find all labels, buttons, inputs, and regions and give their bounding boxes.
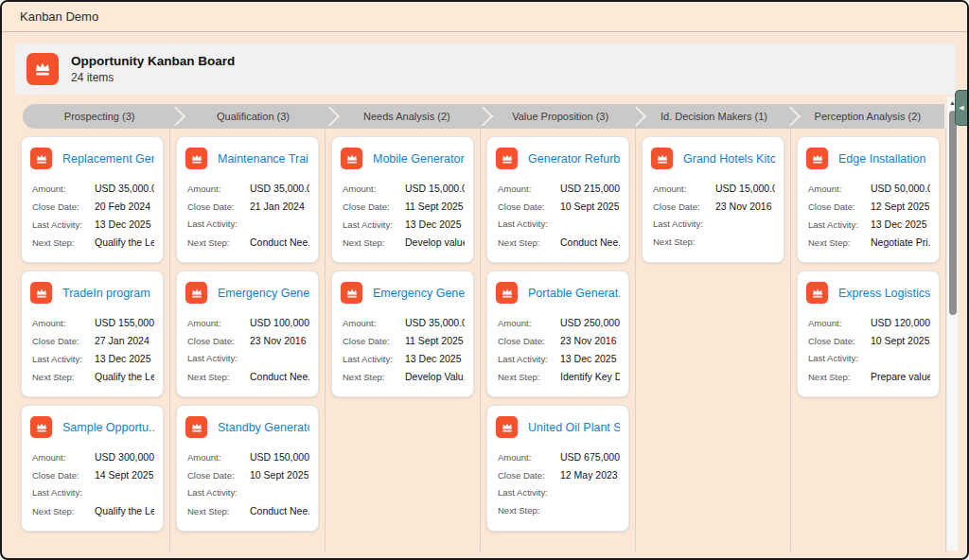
stage-label: Qualification (3) <box>217 111 290 122</box>
opportunity-card[interactable]: Grand Hotels Kitc... Amount: USD 15,000.… <box>642 136 784 263</box>
card-header: Emergency Gener... <box>341 282 465 304</box>
field-label: Close Date: <box>32 336 95 346</box>
field-value: USD 35,000.00 <box>250 183 309 194</box>
field-value: 21 Jan 2024 <box>250 201 305 212</box>
opportunity-card[interactable]: Generator Refurbi... Amount: USD 215,000… <box>486 136 629 263</box>
crown-icon <box>30 416 52 438</box>
opportunity-card[interactable]: Emergency Gener... Amount: USD 35,000.00… <box>331 271 474 397</box>
field-label: Amount: <box>187 318 250 328</box>
opportunity-card[interactable]: Replacement Gen... Amount: USD 35,000.00… <box>21 136 164 263</box>
stage-header[interactable]: Qualification (3) <box>176 104 329 129</box>
opportunity-title-link[interactable]: Generator Refurbi... <box>528 152 620 166</box>
field-label: Last Activity: <box>653 219 715 229</box>
field-row-last-activity: Last Activity: 13 Dec 2025 <box>32 353 154 365</box>
opportunity-card[interactable]: Edge Installation Amount: USD 50,000.00 … <box>797 136 940 263</box>
field-label: Next Step: <box>187 372 250 382</box>
stage-header[interactable]: Perception Analysis (2) <box>791 104 944 129</box>
field-label: Amount: <box>32 318 95 328</box>
field-label: Last Activity: <box>498 487 560 498</box>
card-header: Edge Installation <box>806 148 930 169</box>
card-header: Portable Generat... <box>496 282 620 304</box>
stage-header[interactable]: Prospecting (3) <box>23 104 176 129</box>
crown-icon <box>496 416 518 438</box>
card-fields: Amount: USD 15,000.00 Close Date: 23 Nov… <box>651 183 775 249</box>
opportunity-title-link[interactable]: Portable Generat... <box>528 287 620 300</box>
card-fields: Amount: USD 300,000.00 Close Date: 14 Se… <box>30 451 154 517</box>
opportunity-title-link[interactable]: Edge Installation <box>838 152 925 166</box>
field-label: Amount: <box>498 184 560 194</box>
field-label: Last Activity: <box>32 487 95 498</box>
window-titlebar: Kanban Demo <box>2 2 967 32</box>
opportunity-card[interactable]: United Oil Plant S... Amount: USD 675,00… <box>486 405 629 532</box>
opportunity-card[interactable]: TradeIn program Amount: USD 155,000.00 C… <box>21 271 164 397</box>
kanban-column: Edge Installation Amount: USD 50,000.00 … <box>791 129 946 551</box>
field-value: Conduct Nee... <box>250 236 309 248</box>
vertical-scrollbar[interactable]: ▲ <box>946 96 958 551</box>
field-label: Next Step: <box>32 237 95 248</box>
scrollbar-thumb[interactable] <box>949 111 957 315</box>
opportunity-card[interactable]: Sample Opportu... Amount: USD 300,000.00… <box>21 405 164 532</box>
field-row-last-activity: Last Activity: <box>187 219 309 231</box>
opportunity-title-link[interactable]: Standby Generator <box>218 421 309 434</box>
field-label: Last Activity: <box>498 354 560 364</box>
field-row-amount: Amount: USD 15,000.00 <box>343 183 465 195</box>
field-row-close-date: Close Date: 10 Sept 2025 <box>187 469 309 481</box>
card-fields: Amount: USD 150,000.00 Close Date: 10 Se… <box>185 451 309 517</box>
field-label: Close Date: <box>32 470 95 481</box>
field-value: 13 Dec 2025 <box>95 219 151 230</box>
field-value: 10 Sept 2025 <box>250 469 308 481</box>
field-row-amount: Amount: USD 50,000.00 <box>808 183 930 195</box>
stage-header[interactable]: Id. Decision Makers (1) <box>637 104 790 129</box>
field-row-next-step: Next Step: Identify Key D... <box>498 371 620 383</box>
field-row-next-step: Next Step: <box>653 236 775 249</box>
field-row-last-activity: Last Activity: <box>187 487 309 499</box>
field-label: Amount: <box>498 318 560 328</box>
opportunity-card[interactable]: Express Logistics ... Amount: USD 120,00… <box>797 271 940 397</box>
field-value: USD 300,000.00 <box>95 451 154 463</box>
field-value: Identify Key D... <box>560 371 620 382</box>
field-label: Next Step: <box>808 372 871 382</box>
app-window: Kanban Demo Opportunity Kanban Board 24 … <box>0 0 969 560</box>
field-value: USD 35,000.00 <box>405 317 465 328</box>
stage-header[interactable]: Needs Analysis (2) <box>330 104 484 129</box>
card-header: Standby Generator <box>185 416 309 438</box>
field-label: Next Step: <box>187 237 250 248</box>
field-row-last-activity: Last Activity: 13 Dec 2025 <box>808 219 930 231</box>
opportunity-title-link[interactable]: Maintenance Trai... <box>218 152 309 166</box>
opportunity-card[interactable]: Maintenance Trai... Amount: USD 35,000.0… <box>176 136 319 263</box>
opportunity-title-link[interactable]: Replacement Gen... <box>62 152 154 166</box>
opportunity-title-link[interactable]: Grand Hotels Kitc... <box>683 152 775 166</box>
field-row-close-date: Close Date: 14 Sept 2025 <box>32 469 154 481</box>
kanban-column: Generator Refurbi... Amount: USD 215,000… <box>481 129 636 551</box>
opportunity-card[interactable]: Mobile Generators Amount: USD 15,000.00 … <box>331 136 474 263</box>
opportunity-card[interactable]: Portable Generat... Amount: USD 250,000.… <box>486 271 629 397</box>
field-label: Last Activity: <box>343 219 405 230</box>
opportunity-title-link[interactable]: Emergency Gener... <box>373 287 465 300</box>
opportunity-card[interactable]: Standby Generator Amount: USD 150,000.00… <box>176 405 319 532</box>
stage-header[interactable]: Value Proposition (3) <box>484 104 637 129</box>
field-row-next-step: Next Step: Conduct Nee... <box>187 236 309 249</box>
opportunity-title-link[interactable]: Express Logistics ... <box>838 287 930 300</box>
field-value: USD 120,000.00 <box>871 317 930 328</box>
card-header: TradeIn program <box>30 282 154 304</box>
field-label: Amount: <box>808 184 871 194</box>
field-row-last-activity: Last Activity: <box>653 219 775 231</box>
field-row-last-activity: Last Activity: 13 Dec 2025 <box>32 219 154 231</box>
field-row-close-date: Close Date: 27 Jan 2024 <box>32 335 154 347</box>
field-label: Amount: <box>32 184 95 194</box>
opportunity-title-link[interactable]: Emergency Gener... <box>218 287 309 300</box>
field-row-close-date: Close Date: 11 Sept 2025 <box>343 201 465 213</box>
field-row-next-step: Next Step: Conduct Nee... <box>187 371 309 383</box>
opportunity-card[interactable]: Emergency Gener... Amount: USD 100,000.0… <box>176 271 319 397</box>
opportunity-title-link[interactable]: TradeIn program <box>62 287 150 300</box>
field-row-amount: Amount: USD 35,000.00 <box>187 183 309 195</box>
field-row-last-activity: Last Activity: <box>498 219 620 231</box>
field-row-last-activity: Last Activity: 13 Dec 2025 <box>498 353 620 365</box>
opportunity-title-link[interactable]: Sample Opportu... <box>62 421 154 434</box>
opportunity-title-link[interactable]: United Oil Plant S... <box>528 421 620 434</box>
panel-collapse-button[interactable]: ◀ <box>955 90 967 126</box>
field-value: 27 Jan 2024 <box>95 335 150 346</box>
opportunity-title-link[interactable]: Mobile Generators <box>373 152 465 166</box>
field-label: Close Date: <box>653 201 715 212</box>
field-row-next-step: Next Step: Develop value... <box>343 236 465 249</box>
